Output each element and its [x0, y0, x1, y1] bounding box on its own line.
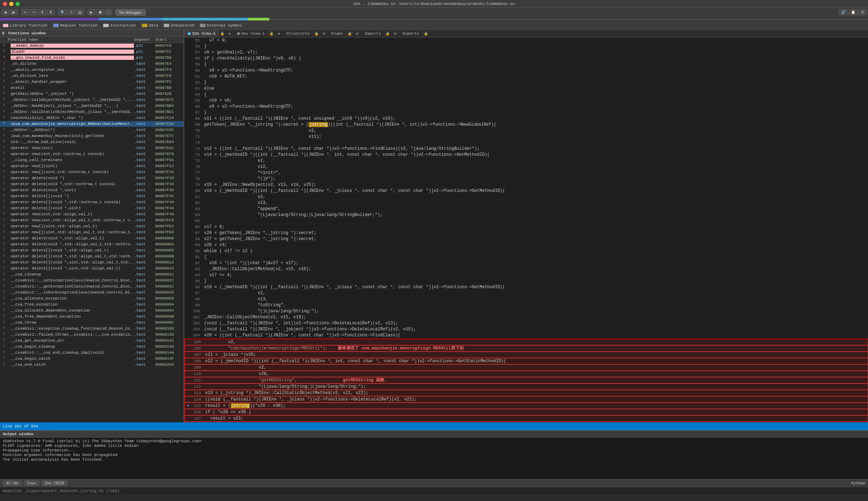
- function-row[interactable]: foperator delete[](void *,std::align_val…: [0, 247, 184, 254]
- function-row[interactable]: f_on_dlclose_late.text00007F8: [0, 73, 184, 79]
- code-line[interactable]: 110 v20,: [184, 371, 868, 377]
- code-line[interactable]: 114((void (__fastcall *)(JNIEnv *, _jcla…: [184, 396, 868, 403]
- function-row[interactable]: foperator delete(void *,uint).text00007F…: [0, 187, 184, 193]
- function-row[interactable]: f__clang_call_terminate.text00007F0A: [0, 157, 184, 163]
- code-line[interactable]: 90while ( v17 != 12 ): [184, 248, 868, 254]
- code-line[interactable]: 81 v2,: [184, 194, 868, 200]
- code-line[interactable]: 88v27 = getToken(_JNIEnv *,_jstring *):s…: [184, 236, 868, 242]
- code-line[interactable]: 67}: [184, 110, 868, 116]
- function-row[interactable]: fJava_com_manmanbuy_MainActivity_getToke…: [0, 133, 184, 139]
- function-row[interactable]: f__cxa_end_catch.text00008264: [0, 362, 184, 368]
- function-row[interactable]: foperator delete(void *,std::align_val_t…: [0, 235, 184, 241]
- function-row[interactable]: foperator new[](uint,std::nothrow_t cons…: [0, 169, 184, 175]
- code-line[interactable]: 91{: [184, 254, 868, 260]
- code-line[interactable]: 62}: [184, 80, 868, 86]
- code-line[interactable]: 58if ( checkValidity((JNIEnv *)v8, v8) ): [184, 56, 868, 62]
- toolbar-step[interactable]: ⤵: [105, 9, 112, 15]
- code-line[interactable]: 108v22 = (_jmethodID *)((int (__fastcall…: [184, 358, 868, 364]
- tab-enums[interactable]: Enums: [328, 30, 347, 37]
- tab-enum-arrow[interactable]: ◀: [353, 31, 361, 36]
- function-row[interactable]: fJava_com_maochunjie_mencryptsign_RNReac…: [0, 121, 184, 127]
- code-line[interactable]: 99 "toString",: [184, 302, 868, 308]
- code-area[interactable]: 55 v7 = 0;56}57v8 = getSha1(v2, v7);58if…: [184, 38, 868, 422]
- maximize-button[interactable]: [16, 2, 20, 6]
- code-line[interactable]: 102(void (__fastcall *)(JNIEnv *, int))v…: [184, 320, 868, 326]
- code-line[interactable]: 72: [184, 140, 868, 146]
- function-row[interactable]: foperator delete(void *).text00007F30: [0, 175, 184, 181]
- toolbar-btn-4[interactable]: ↪: [30, 9, 38, 15]
- function-row[interactable]: f__cxa_throw.text0000808C: [0, 320, 184, 326]
- code-line[interactable]: 74v14 = (_jmethodID *)((int (__fastcall …: [184, 152, 868, 158]
- function-row[interactable]: f__cxa_get_exception_ptr.text00008142: [0, 338, 184, 344]
- function-row[interactable]: f__cxa_allocate_dependent_exception.text…: [0, 308, 184, 314]
- tab-struct-lock[interactable]: 🔒: [314, 32, 319, 36]
- function-row[interactable]: foperator delete[](void *,uint,std::alig…: [0, 260, 184, 266]
- code-line[interactable]: 70 v2,: [184, 128, 868, 134]
- tab-struct-arrow[interactable]: ◀: [319, 31, 328, 36]
- function-row[interactable]: foperator delete[](void *,uint,std::alig…: [0, 266, 184, 272]
- code-line[interactable]: 103(void (__fastcall *)(JNIEnv *, _jobje…: [184, 326, 868, 332]
- code-line[interactable]: 118return result;: [184, 422, 868, 422]
- function-row[interactable]: foperator new(uint,std::nothrow_t const&…: [0, 151, 184, 157]
- toolbar-btn-8[interactable]: ▤: [76, 9, 84, 15]
- code-line[interactable]: 93 _JNIEnv::CallObjectMethod(v2, v15, v1…: [184, 266, 868, 272]
- function-row[interactable]: fgetSha1(JNIEnv *,jobject *).text000782B: [0, 91, 184, 97]
- toolbar-stop[interactable]: ⏹: [96, 9, 105, 15]
- toolbar-btn-6[interactable]: ⬇: [47, 9, 55, 15]
- function-row[interactable]: foperator new[](uint,std::align_val_t,st…: [0, 229, 184, 235]
- toolbar-btn-7[interactable]: ≡: [68, 9, 75, 15]
- code-line[interactable]: 71 v11);: [184, 134, 868, 140]
- code-line[interactable]: 69getToken(_JNIEnv *,_jstring *):secret …: [184, 122, 868, 128]
- code-line[interactable]: 75 v2,: [184, 158, 868, 164]
- function-row[interactable]: f__cxxabiv1::__cxa_end_cleanup_impl(void…: [0, 350, 184, 356]
- code-line[interactable]: 77 "<init>",: [184, 170, 868, 176]
- tab-imports-arrow[interactable]: ◀: [390, 31, 399, 36]
- toolbar-btn-3[interactable]: ↩: [21, 9, 29, 15]
- code-line[interactable]: 95}: [184, 278, 868, 284]
- code-line[interactable]: 89v28 = v3;: [184, 242, 868, 248]
- code-line[interactable]: 85: [184, 218, 868, 224]
- function-row[interactable]: foperator delete[](void *).text00007F3C: [0, 193, 184, 199]
- down-button[interactable]: Down: [24, 480, 39, 486]
- code-line[interactable]: 97 v2,: [184, 290, 868, 296]
- function-row[interactable]: foperator new(uint,std::align_val_t).tex…: [0, 211, 184, 217]
- function-row[interactable]: f_on_dlclose.text00007E4: [0, 61, 184, 67]
- function-row[interactable]: foperator new(uint).text00007EAC: [0, 145, 184, 151]
- function-row[interactable]: f_JNIEnv::CallObjectMethod(_jobject *,_j…: [0, 97, 184, 103]
- tab-lock-icon[interactable]: 🔒: [219, 32, 225, 36]
- code-line[interactable]: 64{: [184, 92, 868, 98]
- code-line[interactable]: 111 "getMD5String", getMD5String 函数.: [184, 377, 868, 383]
- function-row[interactable]: f__cxa_allocate_exception.text00008060: [0, 296, 184, 302]
- toolbar-btn-5[interactable]: ⬆: [38, 9, 46, 15]
- function-row[interactable]: fstd::__throw_bad_alloc(void).text00007E…: [0, 139, 184, 145]
- toolbar-run[interactable]: ▶: [88, 9, 95, 15]
- function-row[interactable]: foperator delete(void *,std::nothrow_t c…: [0, 181, 184, 187]
- function-row[interactable]: f__gnu_Unwind_Find_exidx.plt00007D8: [0, 55, 184, 61]
- function-row[interactable]: f__cxa_cleanup.text0000801C: [0, 272, 184, 278]
- function-row[interactable]: foperator new[](uint,std::align_val_t).t…: [0, 223, 184, 229]
- code-line[interactable]: 107v21 = _jclass *)v20;: [184, 352, 868, 358]
- code-line[interactable]: 96v19 = (_jmethodID *)((int (__fastcall …: [184, 284, 868, 290]
- code-line[interactable]: 116if ( *v26 == v30 ): [184, 409, 868, 415]
- function-row[interactable]: foperator new[](uint).text00007F12: [0, 163, 184, 169]
- code-line[interactable]: 73v12 = ((int (__fastcall *)(JNIEnv *, c…: [184, 146, 868, 152]
- tab-imports[interactable]: Imports: [361, 30, 385, 37]
- functions-list[interactable]: f__aeabi_memcpy.plt00007C0fdladdr.plt000…: [0, 43, 184, 422]
- code-line[interactable]: 59{: [184, 62, 868, 68]
- tab-hex-lock-icon[interactable]: 🔒: [269, 32, 274, 36]
- code-line[interactable]: 56}: [184, 44, 868, 50]
- function-row[interactable]: foperator delete[](void *,uint).text0000…: [0, 205, 184, 211]
- function-row[interactable]: foperator delete[](void *,std::nothrow_t…: [0, 199, 184, 205]
- no-debugger-dropdown[interactable]: No debugger: [115, 9, 146, 16]
- tab-hex-view[interactable]: Hex View-1: [233, 30, 269, 37]
- close-button[interactable]: [3, 2, 7, 6]
- function-row[interactable]: foperator delete(void *,std::align_val_t…: [0, 241, 184, 247]
- code-line[interactable]: 55 v7 = 0;: [184, 38, 868, 44]
- code-line[interactable]: 112 "(Ljava/lang/String;)Ljava/lang/Stri…: [184, 383, 868, 390]
- code-line[interactable]: 57v8 = getSha1(v2, v7);: [184, 50, 868, 56]
- tab-exports[interactable]: Exports: [399, 30, 423, 37]
- code-line[interactable]: 87v26 = getToken(_JNIEnv *,_jstring *):s…: [184, 230, 868, 236]
- tab-arrow-icon[interactable]: ◀: [225, 31, 233, 36]
- toolbar-extra-1[interactable]: 🔗: [839, 9, 848, 15]
- code-line[interactable]: 86v17 = 0;: [184, 224, 868, 230]
